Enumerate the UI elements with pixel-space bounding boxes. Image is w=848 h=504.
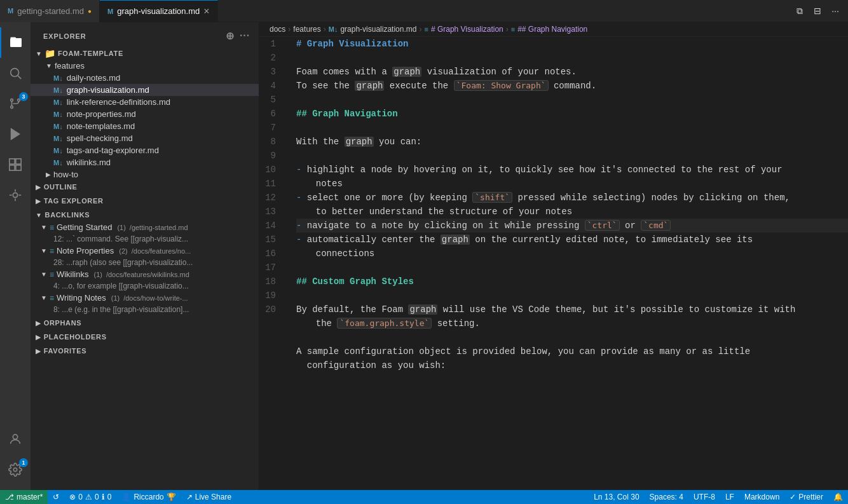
- code-line-3: Foam comes with a graph visualization of…: [296, 65, 848, 79]
- status-spaces[interactable]: Spaces: 4: [645, 490, 688, 504]
- status-sync[interactable]: ↺: [48, 490, 64, 504]
- howto-folder[interactable]: ▶ how-to: [31, 168, 259, 180]
- status-language[interactable]: Markdown: [739, 490, 784, 504]
- line-11-bullet: -: [296, 191, 307, 205]
- activity-git[interactable]: 3: [0, 88, 31, 119]
- branch-label: master*: [17, 493, 43, 501]
- activity-explorer[interactable]: [0, 27, 31, 58]
- file-graph-viz[interactable]: M↓ graph-visualization.md: [31, 84, 259, 96]
- status-line-ending[interactable]: LF: [720, 490, 739, 504]
- new-file-button[interactable]: ⊕: [224, 29, 236, 43]
- file-link-ref[interactable]: M↓ link-reference-definitions.md: [31, 96, 259, 108]
- backlinks-header[interactable]: ▼ BACKLINKS: [31, 208, 259, 221]
- backlink-writing-notes[interactable]: ▼ ≡ Writing Notes (1) /docs/how-to/write…: [31, 292, 259, 304]
- status-live-share[interactable]: ↗ Live Share: [181, 490, 236, 504]
- backlink-np-sub[interactable]: 28: ...raph (also see [[graph-visualizat…: [31, 257, 259, 268]
- status-formatter[interactable]: ✓ Prettier: [784, 490, 828, 504]
- file-label-graph-viz: graph-visualization.md: [67, 85, 149, 95]
- features-folder[interactable]: ▼ features: [31, 60, 259, 72]
- status-encoding[interactable]: UTF-8: [688, 490, 720, 504]
- status-errors[interactable]: ⊗ 0 ⚠ 0 ℹ 0: [64, 490, 116, 504]
- status-cursor[interactable]: Ln 13, Col 30: [589, 490, 644, 504]
- bl-wl-count: (1): [93, 271, 102, 278]
- backlink-getting-started[interactable]: ▼ ≡ Getting Started (1) /getting-started…: [31, 221, 259, 233]
- more-menu-button[interactable]: ···: [238, 29, 251, 43]
- favorites-chevron: ▶: [36, 348, 41, 355]
- ln-1: 1: [259, 37, 281, 51]
- backlink-gs-sub[interactable]: 12: ...` command. See [[graph-visualiz..…: [31, 233, 259, 245]
- line-ending-label: LF: [725, 493, 734, 501]
- file-daily-notes[interactable]: M↓ daily-notes.md: [31, 72, 259, 84]
- tab-modified-getting-started: ●: [88, 8, 92, 15]
- file-spell-checking[interactable]: M↓ spell-checking.md: [31, 132, 259, 144]
- outline-label: OUTLINE: [44, 183, 78, 191]
- line-6-text: ## Graph Navigation: [296, 107, 398, 121]
- file-wikilinks[interactable]: M↓ wikilinks.md: [31, 156, 259, 168]
- bl-wn-sub-text: 8: ...e (e.g. in the [[graph-visualizati…: [53, 305, 189, 314]
- favorites-header[interactable]: ▶ FAVORITES: [31, 344, 259, 357]
- activity-debug[interactable]: [0, 119, 31, 149]
- line-4-graph-highlight: graph: [355, 81, 384, 91]
- error-icon: ⊗: [69, 493, 76, 501]
- file-icon-note-props: M↓: [53, 111, 63, 118]
- breadcrumb-sep-4: ›: [506, 25, 509, 34]
- placeholders-header[interactable]: ▶ PLACEHOLDERS: [31, 330, 259, 343]
- branch-icon: ⎇: [5, 493, 14, 501]
- backlink-note-props[interactable]: ▼ ≡ Note Properties (2) /docs/features/n…: [31, 245, 259, 257]
- outline-header[interactable]: ▶ OUTLINE: [31, 180, 259, 193]
- features-chevron: ▼: [46, 62, 52, 69]
- bl-gs-icon: ≡: [50, 223, 54, 232]
- line-13b-text: connections: [305, 247, 374, 261]
- line-10-text: highlight a node by hovering on it, to q…: [307, 163, 783, 177]
- bl-np-count: (2): [119, 247, 127, 255]
- line-8-text: With the graph you can:: [296, 135, 421, 149]
- line-4-code: `Foam: Show Graph`: [454, 80, 549, 91]
- file-note-templates[interactable]: M↓ note-templates.md: [31, 120, 259, 132]
- bl-wn-label: Writing Notes: [57, 293, 106, 303]
- backlink-wn-sub[interactable]: 8: ...e (e.g. in the [[graph-visualizati…: [31, 304, 259, 315]
- file-tags[interactable]: M↓ tags-and-tag-explorer.md: [31, 144, 259, 156]
- toggle-panel-button[interactable]: ⊟: [810, 3, 825, 18]
- tag-explorer-header[interactable]: ▶ TAG EXPLORER: [31, 194, 259, 207]
- split-editor-button[interactable]: ⧉: [792, 3, 807, 18]
- backlink-wl-sub[interactable]: 4: ...o, for example [[graph-visualizati…: [31, 280, 259, 292]
- encoding-label: UTF-8: [694, 493, 715, 501]
- tab-actions: ⧉ ⊟ ···: [787, 3, 848, 18]
- status-user[interactable]: 👤 Riccardo 🏆: [116, 490, 181, 504]
- line-8-graph-highlight: graph: [345, 137, 374, 147]
- breadcrumb-sep-1: ›: [288, 25, 291, 34]
- status-notification[interactable]: 🔔: [828, 490, 848, 504]
- breadcrumb-features[interactable]: features: [293, 25, 320, 34]
- line-10-bullet: -: [296, 163, 307, 177]
- tab-graph-visualization[interactable]: M graph-visualization.md ×: [100, 0, 218, 22]
- code-line-12: - navigate to a note by clicking on it w…: [296, 219, 848, 233]
- bl-wn-icon: ≡: [50, 294, 54, 303]
- activity-search[interactable]: [0, 58, 31, 88]
- code-lines[interactable]: # Graph Visualization Foam comes with a …: [291, 37, 848, 490]
- orphans-header[interactable]: ▶ ORPHANS: [31, 317, 259, 329]
- breadcrumb-filename[interactable]: graph-visualization.md: [340, 25, 416, 34]
- line-12-cmd-code: `cmd`: [641, 220, 671, 231]
- line-3-graph-highlight: graph: [392, 67, 421, 77]
- more-actions-button[interactable]: ···: [828, 3, 843, 18]
- activity-account[interactable]: [0, 424, 31, 454]
- root-folder-icon: 📁: [44, 48, 55, 58]
- activity-foam[interactable]: [0, 180, 31, 210]
- code-line-1: # Graph Visualization: [296, 37, 848, 51]
- root-folder[interactable]: ▼ 📁 FOAM-TEMPLATE: [31, 47, 259, 60]
- code-editor[interactable]: 1 2 3 4 5 6 7 8 9 10 11 12 13 14 15 16 1…: [259, 37, 848, 490]
- backlink-wikilinks[interactable]: ▼ ≡ Wikilinks (1) /docs/features/wikilin…: [31, 268, 259, 280]
- tab-close-graph-viz[interactable]: ×: [203, 6, 209, 17]
- breadcrumb-docs[interactable]: docs: [270, 25, 285, 34]
- breadcrumb-h2[interactable]: ## Graph Navigation: [517, 25, 587, 34]
- activity-extensions[interactable]: [0, 149, 31, 180]
- sidebar-header: EXPLORER ⊕ ···: [31, 22, 259, 47]
- activity-settings[interactable]: 1: [0, 454, 31, 485]
- section-tag-explorer: ▶ TAG EXPLORER: [31, 194, 259, 207]
- sidebar-header-actions: ⊕ ···: [224, 29, 251, 43]
- breadcrumb-h1[interactable]: # Graph Visualization: [431, 25, 503, 34]
- tab-getting-started[interactable]: M getting-started.md ●: [0, 0, 100, 22]
- file-note-props[interactable]: M↓ note-properties.md: [31, 108, 259, 120]
- main-layout: 3: [0, 22, 848, 490]
- status-branch[interactable]: ⎇ master*: [0, 490, 48, 504]
